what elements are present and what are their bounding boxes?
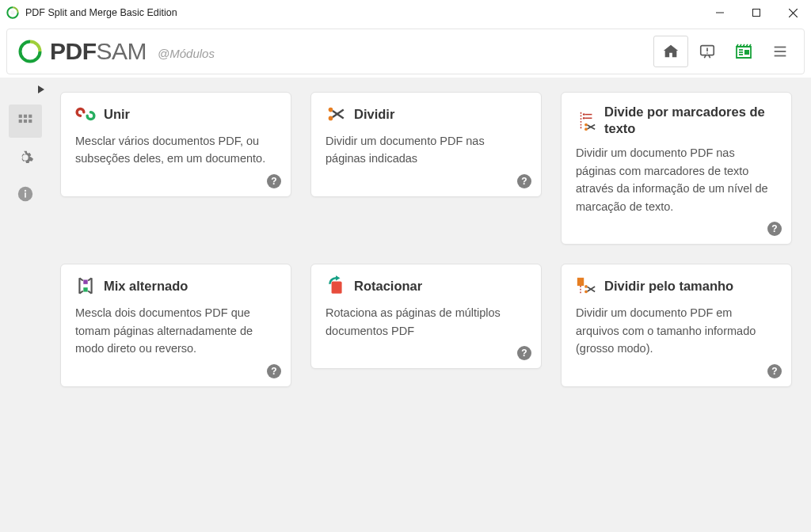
- brand: PDFSAM @Módulos: [18, 38, 215, 65]
- card-title: Divide por marcadores de texto: [604, 104, 777, 136]
- modules-grid: Unir Mesclar vários documentos PDF, ou s…: [60, 92, 792, 387]
- svg-point-8: [706, 52, 708, 54]
- module-card-alt-mix[interactable]: Mix alternado Mescla dois documentos PDF…: [60, 264, 291, 386]
- sidebar-modules-button[interactable]: [9, 104, 42, 138]
- card-desc: Rotaciona as páginas de múltiplos docume…: [326, 304, 527, 340]
- window-title: PDF Split and Merge Basic Edition: [25, 7, 702, 18]
- help-icon[interactable]: ?: [267, 174, 281, 188]
- card-title: Mix alternado: [104, 278, 188, 294]
- module-card-merge[interactable]: Unir Mesclar vários documentos PDF, ou s…: [60, 92, 291, 197]
- module-card-split-bookmarks[interactable]: Divide por marcadores de texto Dividir u…: [561, 92, 792, 245]
- minimize-button[interactable]: [702, 0, 738, 25]
- alt-mix-icon: [75, 276, 96, 296]
- svg-point-34: [584, 127, 588, 131]
- module-card-rotate[interactable]: Rotacionar Rotaciona as páginas de múlti…: [310, 264, 542, 369]
- svg-marker-38: [336, 276, 340, 281]
- scissors-size-icon: [576, 276, 596, 296]
- svg-point-29: [583, 113, 585, 116]
- sidebar-about-button[interactable]: [9, 177, 42, 211]
- svg-rect-37: [332, 282, 342, 294]
- rotate-icon: [326, 276, 346, 296]
- help-icon[interactable]: ?: [767, 222, 782, 236]
- card-title: Dividir pelo tamanho: [604, 278, 733, 294]
- module-card-split[interactable]: Dividir Dividir um documento PDF nas pág…: [310, 92, 542, 197]
- menu-button[interactable]: [763, 36, 798, 67]
- news-button[interactable]: [726, 36, 761, 67]
- svg-point-42: [584, 291, 588, 294]
- close-button[interactable]: [775, 0, 811, 25]
- home-button[interactable]: [653, 36, 688, 67]
- svg-point-33: [584, 123, 588, 126]
- svg-marker-16: [38, 86, 44, 93]
- expand-sidebar-button[interactable]: [38, 86, 44, 95]
- help-icon[interactable]: ?: [517, 346, 531, 360]
- top-toolbar: PDFSAM @Módulos: [6, 28, 805, 74]
- card-desc: Dividir um documento PDF em arquivos com…: [576, 304, 777, 357]
- svg-point-41: [584, 285, 588, 288]
- svg-rect-35: [83, 280, 87, 284]
- svg-rect-18: [24, 115, 27, 118]
- svg-point-26: [329, 108, 333, 112]
- module-card-split-size[interactable]: Dividir pelo tamanho Dividir um document…: [561, 264, 792, 386]
- svg-rect-22: [29, 120, 32, 123]
- svg-rect-2: [753, 10, 760, 17]
- merge-icon: [75, 104, 96, 124]
- svg-point-31: [583, 117, 585, 120]
- app-logo-icon: [6, 6, 19, 19]
- svg-rect-21: [24, 120, 27, 123]
- brand-sam: SAM: [97, 38, 147, 64]
- scissors-icon: [326, 104, 346, 124]
- svg-point-25: [25, 190, 26, 192]
- help-icon[interactable]: ?: [267, 364, 281, 378]
- sidebar-settings-button[interactable]: [9, 141, 42, 174]
- card-desc: Dividir um documento PDF nas páginas com…: [576, 144, 777, 215]
- brand-name: PDFSAM: [50, 38, 147, 65]
- svg-point-27: [329, 116, 333, 121]
- svg-rect-39: [577, 278, 584, 286]
- svg-rect-17: [19, 115, 22, 118]
- brand-logo-icon: [18, 40, 42, 63]
- card-desc: Dividir um documento PDF nas páginas ind…: [326, 132, 527, 168]
- update-button[interactable]: [690, 36, 725, 67]
- svg-point-0: [10, 10, 14, 14]
- card-title: Unir: [104, 106, 130, 123]
- svg-rect-20: [19, 120, 22, 123]
- svg-rect-12: [744, 50, 749, 55]
- brand-subtitle: @Módulos: [158, 47, 215, 65]
- maximize-button[interactable]: [738, 0, 775, 25]
- card-desc: Mescla dois documentos PDF que tomam pág…: [75, 304, 276, 357]
- scissors-bookmark-icon: [576, 110, 596, 131]
- card-title: Dividir: [354, 106, 394, 123]
- svg-point-5: [26, 48, 35, 56]
- brand-pdf: PDF: [50, 38, 97, 64]
- card-title: Rotacionar: [354, 278, 422, 294]
- help-icon[interactable]: ?: [767, 364, 782, 378]
- svg-rect-36: [83, 287, 87, 291]
- card-desc: Mesclar vários documentos PDF, ou subseç…: [75, 132, 276, 168]
- svg-rect-24: [25, 192, 26, 197]
- svg-rect-19: [29, 115, 32, 118]
- titlebar: PDF Split and Merge Basic Edition: [0, 0, 811, 25]
- help-icon[interactable]: ?: [517, 174, 531, 188]
- sidebar: [0, 78, 51, 532]
